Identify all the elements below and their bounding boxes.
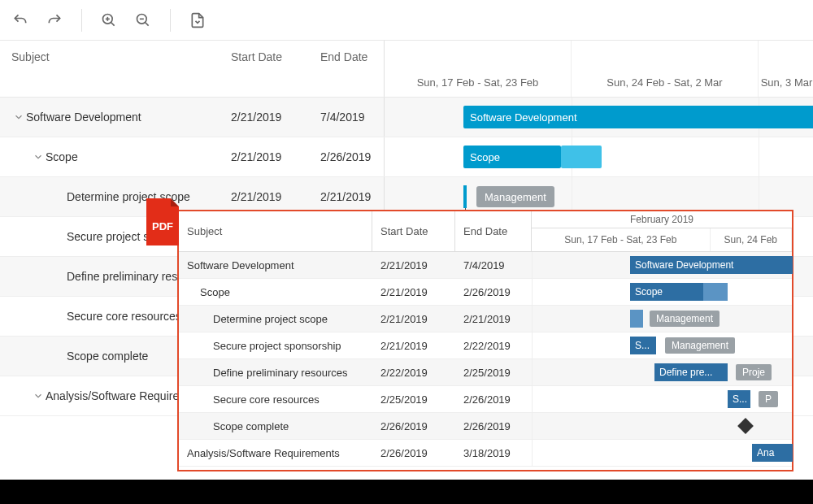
pdf-row: Define preliminary resources2/22/20192/2… (179, 359, 792, 386)
timeline-column: Sun, 3 Mar (759, 41, 813, 97)
pdf-row-start: 2/21/2019 (372, 286, 455, 298)
gantt-cell: Scope (384, 137, 813, 176)
pdf-gantt-cell: Scope (532, 279, 792, 305)
pdf-row-subject: Analysis/Software Requirements (179, 447, 372, 459)
pdf-gantt-bar: S... (728, 390, 750, 408)
pdf-gantt-bar: Scope (630, 283, 703, 301)
pdf-row-end: 3/18/2019 (455, 447, 532, 459)
pdf-row: Secure core resources2/25/20192/26/2019S… (179, 386, 792, 413)
pdf-gantt-bar: S... (630, 337, 656, 354)
pdf-col-subject: Subject (179, 211, 372, 251)
pdf-badge: PDF (146, 206, 179, 245)
pdf-row-start: 2/21/2019 (372, 259, 455, 272)
table-row[interactable]: Scope2/21/20192/26/2019Scope (0, 137, 813, 177)
pdf-row-start: 2/25/2019 (372, 393, 455, 406)
pdf-gantt-bar: Ana (752, 444, 793, 462)
row-subject: Secure core resources (67, 310, 181, 323)
svg-line-3 (111, 22, 115, 25)
separator (81, 9, 82, 32)
timeline-header: Sun, 17 Feb - Sat, 23 FebSun, 24 Feb - S… (384, 41, 813, 97)
pdf-row-start: 2/21/2019 (372, 313, 455, 325)
chevron-down-icon[interactable] (31, 150, 46, 164)
row-end-date: 2/26/2019 (314, 150, 384, 163)
timeline-column: Sun, 24 Feb - Sat, 2 Mar (572, 41, 759, 97)
pdf-week-label: Sun, 24 Feb (711, 228, 792, 251)
svg-line-6 (146, 22, 149, 25)
pdf-row: Scope complete2/26/20192/26/2019 (179, 413, 792, 440)
pdf-row-subject: Software Development (179, 259, 372, 272)
pdf-row: Analysis/Software Requirements2/26/20193… (179, 440, 792, 467)
pdf-resource-label: Management (650, 311, 720, 327)
column-header-row: Subject Start Date End Date Sun, 17 Feb … (0, 41, 813, 98)
row-subject: Software Development (26, 111, 141, 124)
pdf-row-end: 2/22/2019 (455, 340, 532, 352)
gantt-bar[interactable]: Software Development (463, 106, 813, 128)
pdf-row-end: 2/26/2019 (455, 286, 532, 298)
pdf-row-subject: Scope (179, 286, 372, 298)
pdf-week-label: Sun, 17 Feb - Sat, 23 Feb (532, 228, 711, 251)
pdf-row-end: 2/21/2019 (455, 313, 532, 325)
pdf-row: Determine project scope2/21/20192/21/201… (179, 306, 792, 332)
pdf-preview-overlay: PDF Subject Start Date End Date February… (177, 210, 793, 471)
separator (170, 9, 171, 32)
pdf-row-end: 2/25/2019 (455, 367, 532, 379)
row-start-date: 2/21/2019 (224, 111, 314, 124)
pdf-row-end: 2/26/2019 (455, 420, 532, 432)
pdf-gantt-cell (532, 413, 792, 439)
pdf-row-end: 2/26/2019 (455, 393, 532, 406)
pdf-row-subject: Secure project sponsorship (179, 340, 372, 352)
pdf-month-label: February 2019 (532, 211, 792, 228)
toolbar (0, 0, 813, 41)
chevron-down-icon[interactable] (11, 110, 26, 124)
zoom-out-button[interactable] (131, 8, 155, 33)
chevron-down-icon[interactable] (31, 389, 46, 403)
gantt-bar[interactable]: Scope (463, 146, 561, 168)
redo-icon (46, 12, 63, 28)
milestone-diamond-icon (737, 418, 754, 434)
pdf-gantt-cell: S...Management (532, 332, 792, 358)
gantt-cell: Software Development (384, 98, 813, 137)
pdf-export-icon (189, 12, 206, 28)
pdf-gantt-cell: Define pre...Proje (532, 359, 792, 385)
row-end-date: 2/21/2019 (314, 190, 384, 203)
pdf-col-end: End Date (455, 211, 532, 251)
pdf-rows: Software Development2/21/20197/4/2019Sof… (179, 252, 792, 467)
row-subject: Scope (46, 150, 78, 163)
pdf-row-start: 2/22/2019 (372, 367, 455, 379)
undo-button[interactable] (8, 8, 33, 33)
row-subject: Scope complete (67, 350, 148, 363)
column-header-start[interactable]: Start Date (224, 41, 314, 97)
pdf-export-button[interactable] (185, 8, 210, 33)
column-header-subject[interactable]: Subject (0, 41, 224, 97)
pdf-row-start: 2/26/2019 (372, 447, 455, 459)
pdf-row: Secure project sponsorship2/21/20192/22/… (179, 332, 792, 359)
pdf-gantt-bar: Software Development (630, 256, 793, 274)
gantt-bar-extension[interactable] (561, 146, 602, 168)
gantt-milestone-tick[interactable] (463, 185, 467, 208)
timeline-column: Sun, 17 Feb - Sat, 23 Feb (385, 41, 572, 97)
column-header-end[interactable]: End Date (314, 41, 384, 97)
pdf-timeline-header: February 2019 Sun, 17 Feb - Sat, 23 FebS… (532, 211, 792, 251)
zoom-in-icon (101, 12, 117, 28)
pdf-gantt-bar: Define pre... (654, 363, 728, 381)
row-end-date: 7/4/2019 (314, 111, 384, 124)
pdf-col-start: Start Date (372, 211, 455, 251)
row-start-date: 2/21/2019 (224, 190, 314, 203)
pdf-row-end: 7/4/2019 (455, 259, 532, 272)
pdf-gantt-bar (630, 310, 643, 328)
pdf-gantt-cell: Software Development (532, 252, 792, 278)
redo-button[interactable] (42, 8, 67, 33)
pdf-gantt-cell: S...P (532, 386, 792, 412)
zoom-in-button[interactable] (97, 8, 121, 33)
resource-label: Management (476, 186, 554, 207)
pdf-row-subject: Determine project scope (179, 313, 372, 325)
row-start-date: 2/21/2019 (224, 150, 314, 163)
pdf-row-subject: Scope complete (179, 420, 372, 432)
pdf-row-start: 2/21/2019 (372, 340, 455, 352)
zoom-out-icon (135, 12, 151, 28)
undo-icon (12, 12, 28, 28)
pdf-row-start: 2/26/2019 (372, 420, 455, 432)
gantt-app: Subject Start Date End Date Sun, 17 Feb … (0, 0, 813, 480)
pdf-gantt-cell: Ana (532, 440, 792, 466)
table-row[interactable]: Software Development2/21/20197/4/2019Sof… (0, 98, 813, 137)
